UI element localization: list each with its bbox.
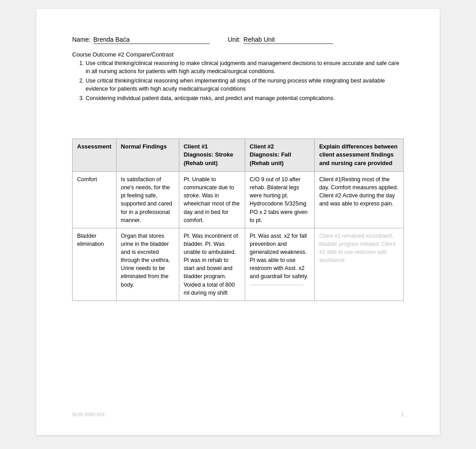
header-normal-findings: Normal Findings (116, 139, 179, 172)
header-client1: Client #1Diagnosis: Stroke(Rehab unit) (179, 139, 245, 172)
row-comfort-client2: C/O 9 out of 10 after rehab. Bilateral l… (245, 172, 315, 228)
header-client2: Client #2Diagnosis: Fall(Rehab unit) (245, 139, 315, 172)
row-bladder-explain: Client #1 remained incontinent, bladder … (315, 228, 404, 301)
footer-page: 1 (401, 412, 404, 417)
table-header-row: Assessment Normal Findings Client #1Diag… (73, 139, 404, 172)
row-comfort-assessment: Comfort (73, 172, 117, 228)
name-field: Name: Brenda Baća (72, 36, 210, 44)
name-value: Brenda Baća (93, 36, 210, 44)
row-bladder-client1: Pt. Was incontinent of bladder. Pt. Was … (179, 228, 245, 301)
header-section: Name: Brenda Baća Unit: Rehab Unit Cours… (72, 36, 404, 103)
row-bladder-client2-blurred: —————————— (250, 282, 303, 288)
footer-note: NUR 2000-001 (72, 412, 105, 417)
table-row: Comfort Is satisfaction of one's needs, … (73, 172, 404, 228)
row-bladder-explain-blurred: Client #1 remained incontinent, bladder … (319, 233, 395, 263)
page: Name: Brenda Baća Unit: Rehab Unit Cours… (36, 9, 440, 435)
outcome-item-2: Use critical thinking/clinical reasoning… (86, 77, 404, 93)
header-client1-text: Client #1Diagnosis: Stroke(Rehab unit) (184, 143, 234, 167)
name-unit-row: Name: Brenda Baća Unit: Rehab Unit (72, 36, 404, 44)
header-client2-text: Client #2Diagnosis: Fall(Rehab unit) (250, 143, 291, 167)
outcome-list: Use critical thinking/clinical reasoning… (86, 60, 404, 103)
row-comfort-explain: Client #1Resting most of the day. Comfor… (315, 172, 404, 228)
row-bladder-normal: Organ that stores urine in the bladder a… (116, 228, 179, 301)
table-row: Bladder elimination Organ that stores ur… (73, 228, 404, 301)
outcome-item-3: Considering individual patient data, ant… (86, 95, 404, 103)
unit-value: Rehab Unit (243, 36, 333, 44)
header-explain: Explain differences between client asses… (315, 139, 404, 172)
row-comfort-client1: Pt. Unable to communicate due to stroke.… (179, 172, 245, 228)
row-bladder-assessment: Bladder elimination (73, 228, 117, 301)
name-label: Name: (72, 36, 91, 43)
course-outcome-title: Course Outcome #2 Compare/Contrast (72, 51, 404, 58)
main-table: Assessment Normal Findings Client #1Diag… (72, 139, 404, 301)
unit-label: Unit: (228, 36, 241, 43)
row-comfort-normal: Is satisfaction of one's needs, for the … (116, 172, 179, 228)
row-bladder-client2: Pt. Was asst. x2 for fall prevention and… (245, 228, 315, 301)
row-bladder-client2-text: Pt. Was asst. x2 for fall prevention and… (250, 233, 308, 280)
outcome-item-1: Use critical thinking/clinical reasoning… (86, 60, 404, 75)
unit-field: Unit: Rehab Unit (228, 36, 333, 44)
table-section: Assessment Normal Findings Client #1Diag… (72, 139, 404, 301)
header-assessment: Assessment (73, 139, 117, 172)
